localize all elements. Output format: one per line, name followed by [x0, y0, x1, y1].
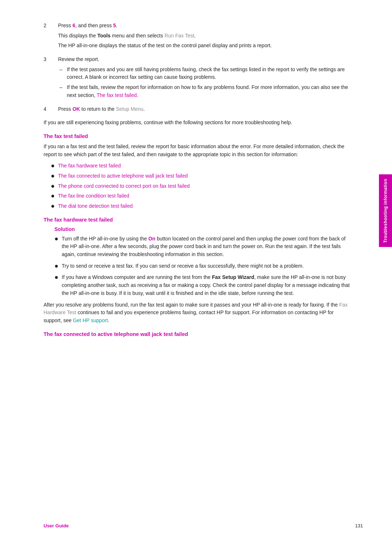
step-3-num: 3 [44, 56, 58, 101]
step-4-text: Press OK to return to the Setup Menu. [58, 105, 352, 113]
continue-para: If you are still experiencing faxing pro… [44, 119, 352, 127]
sol-bullet-2: ● Try to send or receive a test fax. If … [54, 262, 352, 270]
bullet-link-1-text[interactable]: The fax hardware test failed [58, 162, 352, 170]
fax-connected-heading: The fax connected to active telephone wa… [44, 331, 352, 337]
bullet-dot-3: ● [51, 182, 58, 190]
fax-hardware-heading: The fax hardware test failed [44, 217, 352, 223]
tools-bold: Tools [97, 33, 110, 39]
on-button-label: On [148, 236, 155, 242]
key-6: 6 [73, 23, 75, 28]
bullet-link-3: ● The phone cord connected to correct po… [51, 182, 352, 190]
bullet-link-2-text[interactable]: The fax connected to active telephone wa… [58, 172, 352, 180]
step-2: 2 Press 6, and then press 5. This displa… [44, 22, 352, 52]
fax-hardware-test-gray: Fax Hardware Test [44, 302, 348, 316]
fax-setup-wizard-bold: Fax Setup Wizard [212, 274, 254, 280]
bullet-dot-5: ● [51, 202, 58, 210]
footer: User Guide 131 [0, 523, 392, 528]
sol-dot-2: ● [54, 262, 62, 270]
dash-item-1: – If the test passes and you are still h… [58, 66, 352, 81]
bullet-link-4: ● The fax line condition test failed [51, 192, 352, 200]
main-content: 2 Press 6, and then press 5. This displa… [44, 22, 352, 337]
step-2-body: Press 6, and then press 5. This displays… [58, 22, 352, 52]
dash-2-body: If the test fails, review the report for… [67, 84, 352, 99]
sol-dot-1: ● [54, 235, 62, 259]
sol-body-2: Try to send or receive a test fax. If yo… [62, 262, 352, 270]
step-3-text: Review the report. [58, 56, 352, 64]
dash-1: – [58, 66, 67, 81]
page: 2 Press 6, and then press 5. This displa… [0, 0, 392, 543]
dash-2: – [58, 84, 67, 99]
dash-item-2: – If the test fails, review the report f… [58, 84, 352, 99]
sol-body-3: If you have a Windows computer and are r… [62, 273, 352, 297]
fax-test-failed-heading: The fax test failed [44, 133, 352, 139]
dash-1-body: If the test passes and you are still hav… [67, 66, 352, 81]
bullet-link-3-text[interactable]: The phone cord connected to correct port… [58, 182, 352, 190]
fax-test-failed-intro: If you ran a fax test and the test faile… [44, 143, 352, 158]
step-4: 4 Press OK to return to the Setup Menu. [44, 105, 352, 116]
footer-left: User Guide [44, 523, 69, 528]
step-2-line2: This displays the Tools menu and then se… [58, 32, 352, 40]
key-5: 5 [113, 23, 116, 28]
sol-bullet-3: ● If you have a Windows computer and are… [54, 273, 352, 297]
bullet-link-2: ● The fax connected to active telephone … [51, 172, 352, 180]
after-resolve-para: After you resolve any problems found, ru… [44, 301, 352, 325]
fax-test-links-list: ● The fax hardware test failed ● The fax… [51, 162, 352, 210]
step-4-body: Press OK to return to the Setup Menu. [58, 105, 352, 116]
side-tab: Troubleshooting information [379, 174, 392, 247]
bullet-link-5-text[interactable]: The dial tone detection test failed [58, 202, 352, 210]
bullet-dot-2: ● [51, 172, 58, 180]
bullet-link-1: ● The fax hardware test failed [51, 162, 352, 170]
step-2-num: 2 [44, 22, 58, 52]
bullet-link-4-text[interactable]: The fax line condition test failed [58, 192, 352, 200]
step-3-body: Review the report. – If the test passes … [58, 56, 352, 101]
step-2-line1: Press 6, and then press 5. [58, 22, 352, 30]
bullet-dot-1: ● [51, 162, 58, 170]
bullet-link-5: ● The dial tone detection test failed [51, 202, 352, 210]
solution-bullets-list: ● Turn off the HP all-in-one by using th… [54, 235, 352, 297]
footer-right: 131 [355, 523, 363, 528]
side-tab-text: Troubleshooting information [383, 179, 388, 243]
step-3-dashes: – If the test passes and you are still h… [58, 66, 352, 100]
step-2-line3: The HP all-in-one displays the status of… [58, 42, 352, 50]
ok-key: OK [73, 106, 80, 112]
run-fax-test: Run Fax Test [164, 33, 194, 39]
fax-test-failed-link-inline[interactable]: The fax test failed [97, 92, 137, 98]
sol-bullet-1: ● Turn off the HP all-in-one by using th… [54, 235, 352, 259]
step-4-num: 4 [44, 105, 58, 116]
solution-heading: Solution [54, 226, 352, 232]
bullet-dot-4: ● [51, 192, 58, 200]
setup-menu: Setup Menu [116, 106, 144, 112]
step-3: 3 Review the report. – If the test passe… [44, 56, 352, 101]
get-hp-support-link[interactable]: Get HP support [73, 317, 108, 323]
sol-dot-3: ● [54, 273, 62, 297]
sol-body-1: Turn off the HP all-in-one by using the … [62, 235, 352, 259]
